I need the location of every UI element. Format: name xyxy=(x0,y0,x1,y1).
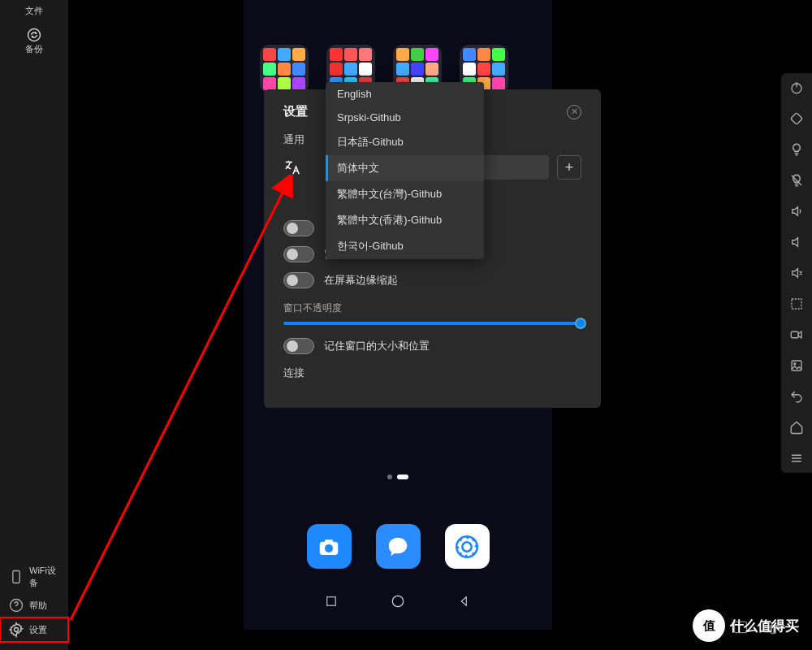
svg-rect-12 xyxy=(791,113,803,125)
svg-point-5 xyxy=(325,544,333,552)
sidebar-item-settings[interactable]: 设置 xyxy=(0,618,68,642)
nav-home-button[interactable] xyxy=(389,592,407,610)
watermark: 值 什么值得买 xyxy=(693,609,799,642)
left-sidebar: 文件 备份 WiFi设备 帮助 设置 xyxy=(0,0,69,650)
phone-dock xyxy=(244,524,552,569)
svg-point-16 xyxy=(794,363,796,365)
close-button[interactable]: ✕ xyxy=(567,105,581,119)
svg-point-7 xyxy=(462,542,471,551)
settings-panel: 设置 ✕ 通用 + English Srpski-Github 日本語-Gith… xyxy=(264,89,601,408)
volume-mute-icon[interactable] xyxy=(788,265,805,281)
camera-app-icon[interactable] xyxy=(307,524,352,569)
page-indicator xyxy=(244,474,552,479)
language-option[interactable]: Srpski-Github xyxy=(326,106,484,129)
app-folder-row xyxy=(244,0,552,93)
gear-icon xyxy=(8,622,24,638)
opacity-label: 窗口不透明度 xyxy=(283,301,581,315)
app-folder[interactable] xyxy=(260,45,309,93)
toggle-remember-window[interactable] xyxy=(283,338,314,354)
sidebar-item-help[interactable]: 帮助 xyxy=(0,593,68,618)
menu-icon[interactable] xyxy=(788,450,805,466)
nav-recent-button[interactable] xyxy=(322,592,340,610)
sidebar-item-label: WiFi设备 xyxy=(29,565,60,589)
toggle-edge-collapse[interactable] xyxy=(283,272,314,288)
phone-nav-bar xyxy=(244,581,552,622)
toggle-window-top[interactable] xyxy=(283,246,314,262)
record-icon[interactable] xyxy=(788,327,805,343)
volume-up-icon[interactable] xyxy=(788,203,805,219)
close-icon: ✕ xyxy=(571,106,578,117)
refresh-icon xyxy=(26,27,42,43)
svg-rect-1 xyxy=(13,571,19,583)
watermark-text: 什么值得买 xyxy=(730,617,799,635)
sidebar-item-label: 备份 xyxy=(25,43,43,55)
svg-rect-14 xyxy=(791,332,798,338)
home-icon[interactable] xyxy=(788,419,805,436)
svg-rect-13 xyxy=(792,299,801,309)
watermark-badge: 值 xyxy=(693,609,725,642)
language-option[interactable]: 日本語-Github xyxy=(326,129,484,155)
section-label-connection: 连接 xyxy=(283,366,581,380)
help-icon xyxy=(8,597,24,613)
image-icon[interactable] xyxy=(788,358,805,374)
svg-rect-15 xyxy=(792,361,801,370)
bulb-off-icon[interactable] xyxy=(788,172,805,188)
messages-app-icon[interactable] xyxy=(376,524,421,569)
sidebar-item-label: 帮助 xyxy=(29,600,47,612)
translate-icon xyxy=(283,158,301,176)
plus-icon: + xyxy=(565,159,574,176)
sidebar-item-label: 文件 xyxy=(25,5,43,17)
language-option[interactable]: 繁體中文(香港)-Github xyxy=(326,207,484,233)
svg-rect-6 xyxy=(325,540,333,543)
svg-point-3 xyxy=(15,628,19,632)
language-option[interactable]: 한국어-Github xyxy=(326,233,484,259)
volume-down-icon[interactable] xyxy=(788,234,805,250)
sidebar-item-file[interactable]: 文件 xyxy=(25,0,43,22)
language-option[interactable]: 繁體中文(台灣)-Github xyxy=(326,181,484,207)
slider-thumb[interactable] xyxy=(575,318,586,329)
right-toolbar xyxy=(781,73,812,473)
sidebar-item-backup[interactable]: 备份 xyxy=(25,22,43,60)
add-language-button[interactable]: + xyxy=(557,155,581,180)
page-dot-active xyxy=(397,474,408,479)
crop-icon[interactable] xyxy=(788,296,805,312)
toggle-label: 在屏幕边缘缩起 xyxy=(324,273,398,288)
language-dropdown: English Srpski-Github 日本語-Github 简体中文 繁體… xyxy=(326,82,484,259)
opacity-slider[interactable] xyxy=(283,322,581,325)
sidebar-item-label: 设置 xyxy=(29,624,47,636)
toggle-label: 记住窗口的大小和位置 xyxy=(324,339,430,353)
toggle-dark-theme[interactable] xyxy=(283,220,314,236)
language-selector-row: + English Srpski-Github 日本語-Github 简体中文 … xyxy=(283,155,581,180)
svg-point-10 xyxy=(392,596,403,606)
rotate-icon[interactable] xyxy=(788,110,805,127)
svg-rect-9 xyxy=(327,597,336,606)
power-icon[interactable] xyxy=(788,80,805,96)
nav-back-button[interactable] xyxy=(456,592,473,610)
bulb-icon[interactable] xyxy=(788,141,805,158)
undo-icon[interactable] xyxy=(788,388,805,405)
settings-app-icon[interactable] xyxy=(445,524,490,569)
settings-title: 设置 xyxy=(283,104,308,119)
svg-point-0 xyxy=(28,29,41,41)
phone-icon xyxy=(8,569,24,585)
language-option[interactable]: English xyxy=(326,82,484,106)
language-option-selected[interactable]: 简体中文 xyxy=(326,155,484,181)
page-dot xyxy=(387,474,392,479)
sidebar-item-wifi[interactable]: WiFi设备 xyxy=(0,561,68,593)
